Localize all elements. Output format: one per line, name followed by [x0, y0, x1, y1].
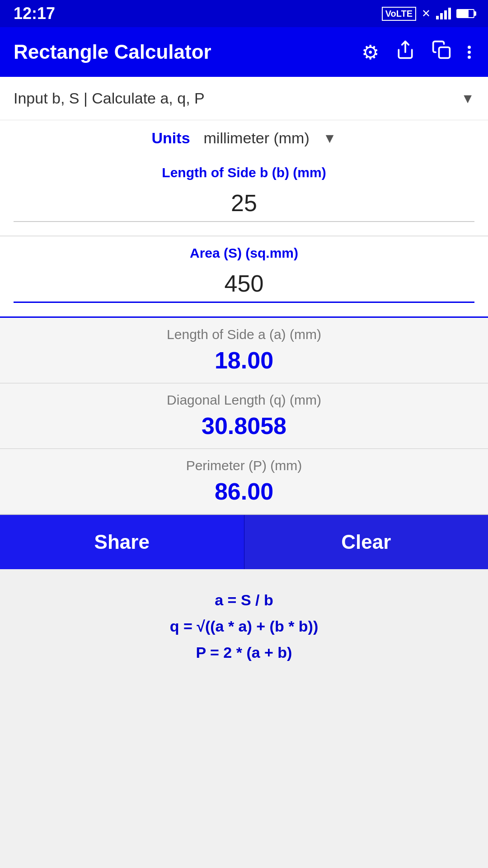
action-buttons: Share Clear	[0, 515, 488, 569]
share-button[interactable]: Share	[0, 515, 244, 569]
units-dropdown-arrow: ▼	[323, 131, 337, 146]
perimeter-value: 86.00	[14, 478, 474, 505]
copy-icon[interactable]	[428, 36, 455, 68]
svg-rect-1	[439, 47, 450, 58]
area-label: Area (S) (sq.mm)	[14, 245, 474, 261]
app-bar: Rectangle Calculator ⚙	[0, 27, 488, 77]
diagonal-label: Diagonal Length (q) (mm)	[14, 392, 474, 408]
share-icon[interactable]	[392, 36, 419, 68]
status-icons: VoLTE ✕	[382, 7, 474, 21]
mode-dropdown-label: Input b, S | Calculate a, q, P	[14, 90, 205, 107]
formula-section: a = S / b q = √((a * a) + (b * b)) P = 2…	[0, 569, 488, 684]
side-a-value: 18.00	[14, 347, 474, 374]
clear-button[interactable]: Clear	[244, 515, 488, 569]
settings-icon[interactable]: ⚙	[358, 37, 383, 67]
side-a-output-field: Length of Side a (a) (mm) 18.00	[0, 318, 488, 383]
side-b-input-section: Length of Side b (b) (mm)	[0, 156, 488, 236]
x-icon: ✕	[422, 7, 431, 20]
status-time: 12:17	[14, 4, 55, 23]
mode-dropdown[interactable]: Input b, S | Calculate a, q, P ▼	[0, 77, 488, 120]
formula-text: a = S / b q = √((a * a) + (b * b)) P = 2…	[14, 587, 474, 665]
diagonal-value: 30.8058	[14, 412, 474, 439]
bottom-area	[0, 684, 488, 868]
formula-line-3: P = 2 * (a + b)	[14, 640, 474, 666]
formula-line-1: a = S / b	[14, 587, 474, 613]
side-b-input[interactable]	[14, 185, 474, 222]
signal-icon	[436, 8, 451, 19]
overflow-menu-icon[interactable]	[464, 41, 474, 63]
status-bar: 12:17 VoLTE ✕	[0, 0, 488, 27]
main-content: Input b, S | Calculate a, q, P ▼ Units m…	[0, 77, 488, 318]
side-a-label: Length of Side a (a) (mm)	[14, 327, 474, 342]
app-title: Rectangle Calculator	[14, 41, 349, 63]
side-b-label: Length of Side b (b) (mm)	[14, 165, 474, 180]
units-label: Units	[152, 129, 190, 147]
area-input[interactable]	[14, 265, 474, 303]
formula-line-2: q = √((a * a) + (b * b))	[14, 613, 474, 640]
mode-dropdown-arrow: ▼	[461, 91, 474, 106]
output-section: Length of Side a (a) (mm) 18.00 Diagonal…	[0, 318, 488, 868]
battery-icon	[456, 9, 474, 18]
volte-icon: VoLTE	[382, 7, 416, 21]
area-input-section: Area (S) (sq.mm)	[0, 236, 488, 318]
units-row[interactable]: Units millimeter (mm) ▼	[0, 120, 488, 156]
perimeter-label: Perimeter (P) (mm)	[14, 458, 474, 473]
perimeter-output-field: Perimeter (P) (mm) 86.00	[0, 449, 488, 515]
diagonal-output-field: Diagonal Length (q) (mm) 30.8058	[0, 383, 488, 449]
units-value: millimeter (mm)	[204, 129, 310, 147]
